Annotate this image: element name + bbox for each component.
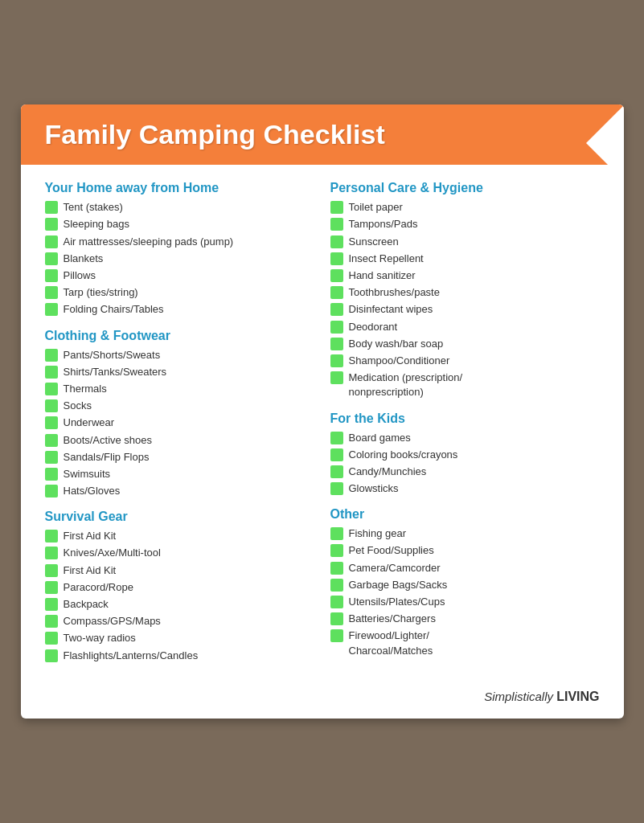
item-label: Sleeping bags	[64, 217, 314, 231]
checkbox-icon[interactable]	[330, 321, 343, 334]
checkbox-icon[interactable]	[330, 371, 343, 384]
checkbox-icon[interactable]	[45, 451, 58, 464]
checkbox-icon[interactable]	[330, 562, 343, 575]
list-item[interactable]: Disinfectant wipes	[330, 302, 600, 317]
checkbox-icon[interactable]	[45, 598, 58, 611]
list-item[interactable]: Coloring books/crayons	[330, 448, 600, 462]
list-item[interactable]: Deodorant	[330, 320, 600, 334]
list-item[interactable]: Body wash/bar soap	[330, 337, 600, 351]
list-item[interactable]: Blankets	[45, 252, 314, 266]
list-item[interactable]: Pet Food/Supplies	[330, 543, 600, 558]
list-item[interactable]: Sandals/Flip Flops	[45, 450, 314, 465]
checkbox-icon[interactable]	[45, 349, 58, 362]
checkbox-icon[interactable]	[45, 485, 58, 497]
list-item[interactable]: Underwear	[45, 416, 314, 430]
checkbox-icon[interactable]	[45, 416, 58, 429]
list-item[interactable]: Boots/Active shoes	[45, 433, 314, 448]
list-item[interactable]: Paracord/Rope	[45, 580, 314, 595]
checklist-page: Family Camping Checklist Your Home away …	[21, 104, 624, 719]
list-item[interactable]: Board games	[330, 431, 600, 445]
list-item[interactable]: Fishing gear	[330, 526, 600, 541]
list-item[interactable]: First Aid Kit	[45, 563, 314, 578]
checkbox-icon[interactable]	[45, 468, 58, 481]
checkbox-icon[interactable]	[330, 596, 343, 608]
checkbox-icon[interactable]	[330, 629, 343, 642]
checkbox-icon[interactable]	[45, 218, 58, 231]
list-item[interactable]: Hats/Gloves	[45, 484, 314, 498]
checkbox-icon[interactable]	[45, 649, 58, 662]
checkbox-icon[interactable]	[330, 579, 343, 592]
list-item[interactable]: Air mattresses/sleeping pads (pump)	[45, 235, 314, 249]
list-item[interactable]: Medication (prescription/ nonprescriptio…	[330, 371, 600, 399]
list-item[interactable]: Tarp (ties/string)	[45, 285, 314, 300]
list-item[interactable]: Swimsuits	[45, 467, 314, 481]
checkbox-icon[interactable]	[45, 286, 58, 299]
checkbox-icon[interactable]	[45, 252, 58, 265]
list-item[interactable]: Pants/Shorts/Sweats	[45, 348, 314, 362]
list-item[interactable]: Socks	[45, 399, 314, 413]
list-item[interactable]: Toothbrushes/paste	[330, 285, 600, 300]
list-item[interactable]: Utensils/Plates/Cups	[330, 595, 600, 609]
item-label: Pants/Shorts/Sweats	[64, 348, 314, 362]
list-item[interactable]: Tent (stakes)	[45, 200, 314, 215]
checkbox-icon[interactable]	[45, 235, 58, 248]
item-label: Flashlights/Lanterns/Candles	[64, 649, 314, 663]
list-item[interactable]: Flashlights/Lanterns/Candles	[45, 649, 314, 663]
checkbox-icon[interactable]	[45, 564, 58, 577]
list-item[interactable]: Folding Chairs/Tables	[45, 302, 314, 317]
checkbox-icon[interactable]	[45, 615, 58, 628]
checkbox-icon[interactable]	[45, 581, 58, 594]
list-item[interactable]: Garbage Bags/Sacks	[330, 578, 600, 592]
checkbox-icon[interactable]	[45, 383, 58, 395]
list-item[interactable]: Toilet paper	[330, 200, 600, 215]
list-item[interactable]: Pillows	[45, 268, 314, 283]
checkbox-icon[interactable]	[330, 235, 343, 248]
checkbox-icon[interactable]	[45, 399, 58, 412]
list-item[interactable]: Sunscreen	[330, 235, 600, 249]
checkbox-icon[interactable]	[45, 366, 58, 379]
checkbox-icon[interactable]	[330, 448, 343, 461]
list-item[interactable]: Candy/Munchies	[330, 465, 600, 479]
checkbox-icon[interactable]	[330, 432, 343, 444]
checkbox-icon[interactable]	[45, 530, 58, 543]
checkbox-icon[interactable]	[45, 201, 58, 214]
list-item[interactable]: Backpack	[45, 597, 314, 612]
checkbox-icon[interactable]	[330, 612, 343, 625]
list-item[interactable]: Shampoo/Conditioner	[330, 354, 600, 368]
list-item[interactable]: Two-way radios	[45, 631, 314, 645]
item-label: Pillows	[64, 268, 314, 283]
checkbox-icon[interactable]	[45, 434, 58, 447]
list-item[interactable]: Shirts/Tanks/Sweaters	[45, 365, 314, 379]
list-item[interactable]: First Aid Kit	[45, 529, 314, 543]
checkbox-icon[interactable]	[330, 286, 343, 299]
checkbox-icon[interactable]	[45, 303, 58, 316]
checkbox-icon[interactable]	[45, 547, 58, 559]
checkbox-icon[interactable]	[330, 201, 343, 214]
list-item[interactable]: Batteries/Chargers	[330, 612, 600, 626]
list-item[interactable]: Hand sanitizer	[330, 268, 600, 283]
checkbox-icon[interactable]	[330, 338, 343, 350]
checkbox-icon[interactable]	[330, 303, 343, 316]
list-item[interactable]: Compass/GPS/Maps	[45, 614, 314, 629]
checkbox-icon[interactable]	[45, 269, 58, 282]
list-item[interactable]: Sleeping bags	[45, 217, 314, 231]
checkbox-icon[interactable]	[45, 632, 58, 645]
list-item[interactable]: Thermals	[45, 382, 314, 396]
list-item[interactable]: Glowsticks	[330, 481, 600, 496]
checkbox-icon[interactable]	[330, 218, 343, 231]
list-item[interactable]: Camera/Camcorder	[330, 561, 600, 575]
list-item[interactable]: Firewood/Lighter/ Charcoal/Matches	[330, 629, 600, 657]
checkbox-icon[interactable]	[330, 269, 343, 282]
checkbox-icon[interactable]	[330, 354, 343, 367]
list-item[interactable]: Insect Repellent	[330, 252, 600, 266]
list-item[interactable]: Tampons/Pads	[330, 217, 600, 231]
header: Family Camping Checklist	[21, 104, 624, 165]
page-title: Family Camping Checklist	[45, 119, 385, 150]
checkbox-icon[interactable]	[330, 465, 343, 478]
section-title-kids: For the Kids	[330, 412, 600, 426]
list-item[interactable]: Knives/Axe/Multi-tool	[45, 546, 314, 560]
checkbox-icon[interactable]	[330, 544, 343, 557]
checkbox-icon[interactable]	[330, 482, 343, 495]
checkbox-icon[interactable]	[330, 252, 343, 265]
checkbox-icon[interactable]	[330, 527, 343, 540]
